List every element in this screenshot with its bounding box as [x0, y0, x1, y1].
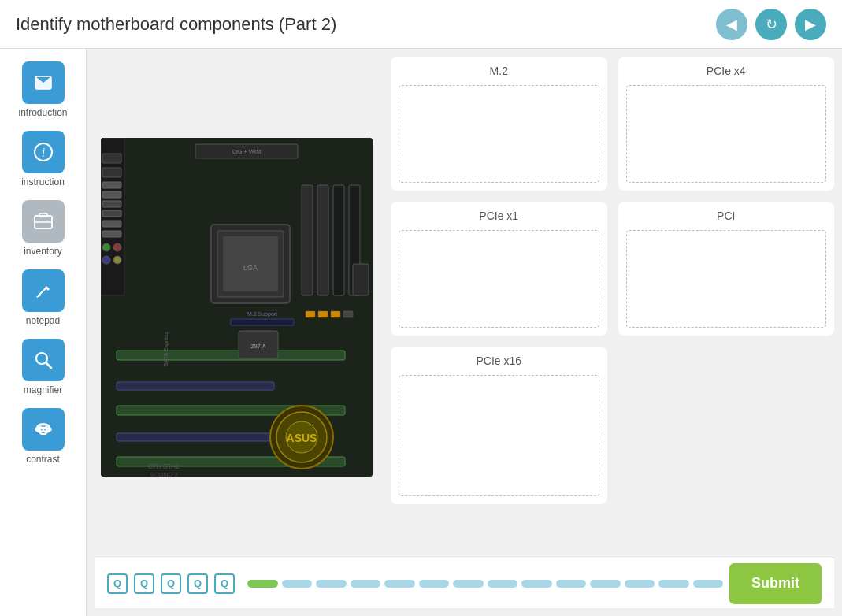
- drop-zone-pcie-x16-title: PCIe x16: [399, 354, 599, 370]
- refresh-button[interactable]: ↻: [755, 9, 787, 40]
- progress-bar-9: [521, 580, 552, 588]
- workspace: LGA: [95, 57, 834, 558]
- back-button[interactable]: ◀: [716, 9, 747, 40]
- svg-rect-38: [343, 311, 353, 317]
- svg-rect-66: [353, 264, 369, 295]
- svg-text:LGA: LGA: [243, 264, 257, 272]
- svg-rect-37: [331, 311, 340, 317]
- svg-rect-31: [117, 382, 274, 390]
- q-icon-4: Q: [187, 573, 208, 594]
- progress-bar-1: [247, 580, 278, 588]
- introduction-label: introduction: [18, 107, 67, 118]
- notepad-icon: [22, 269, 65, 312]
- contrast-label: contrast: [26, 454, 60, 465]
- svg-text:CRYSTAL: CRYSTAL: [147, 462, 180, 470]
- svg-line-12: [46, 362, 51, 368]
- svg-text:M.2 Support: M.2 Support: [247, 311, 276, 317]
- svg-rect-27: [317, 185, 328, 295]
- progress-bar-13: [658, 580, 689, 588]
- drop-zone-pcie-x4-inner[interactable]: [626, 85, 827, 183]
- svg-text:Z97-A: Z97-A: [250, 343, 265, 349]
- main-layout: introduction i instruction inventory: [0, 49, 842, 616]
- progress-bar-7: [453, 580, 484, 588]
- svg-rect-56: [231, 319, 294, 325]
- svg-rect-35: [306, 311, 315, 317]
- motherboard-area: LGA: [95, 57, 378, 558]
- progress-bar-10: [556, 580, 587, 588]
- drop-zones-grid: M.2 PCIe x4 PCIe x1 PCI: [391, 57, 834, 558]
- drop-zone-m2-inner[interactable]: [399, 85, 599, 183]
- svg-rect-30: [117, 351, 345, 360]
- introduction-icon: [22, 61, 65, 104]
- drop-zone-pcie-x1-title: PCIe x1: [399, 210, 599, 225]
- content-area: LGA: [87, 49, 842, 616]
- instruction-icon: i: [22, 131, 65, 173]
- q-icon-2: Q: [134, 573, 154, 594]
- forward-button[interactable]: ▶: [795, 9, 826, 40]
- submit-button[interactable]: Submit: [729, 563, 822, 604]
- svg-text:SATA Express: SATA Express: [163, 331, 169, 366]
- svg-rect-50: [102, 221, 121, 227]
- drop-zone-pcie-x16-inner[interactable]: [399, 375, 599, 496]
- drop-zone-pcie-x1[interactable]: PCIe x1: [391, 202, 607, 336]
- drop-zone-pcie-x4-title: PCIe x4: [626, 65, 827, 80]
- contrast-icon: [22, 408, 65, 451]
- svg-rect-33: [117, 433, 274, 441]
- drop-zone-pcie-x4[interactable]: PCIe x4: [618, 57, 835, 191]
- drop-zone-pci-inner[interactable]: [626, 230, 827, 328]
- svg-rect-28: [333, 185, 344, 295]
- svg-rect-53: [113, 243, 121, 251]
- svg-line-8: [39, 288, 46, 295]
- drop-zone-pci-title: PCI: [626, 210, 827, 225]
- sidebar-item-introduction[interactable]: introduction: [8, 57, 79, 123]
- progress-bar-4: [351, 580, 381, 588]
- bottom-bar: Q Q Q Q Q Sub: [95, 558, 834, 608]
- drop-zone-pcie-x16[interactable]: PCIe x16: [391, 347, 607, 504]
- drop-zone-m2-title: M.2: [399, 65, 599, 80]
- drop-zone-pcie-x1-inner[interactable]: [399, 230, 599, 328]
- sidebar: introduction i instruction inventory: [0, 49, 87, 616]
- svg-rect-6: [39, 213, 47, 217]
- svg-rect-46: [102, 182, 121, 188]
- progress-bars: [247, 580, 723, 588]
- svg-line-10: [37, 295, 40, 297]
- progress-bar-12: [625, 580, 655, 588]
- sidebar-item-instruction[interactable]: i instruction: [8, 126, 79, 192]
- svg-rect-48: [102, 201, 121, 207]
- progress-bar-5: [384, 580, 415, 588]
- svg-rect-26: [302, 185, 313, 295]
- progress-bar-3: [316, 580, 347, 588]
- progress-icons: Q Q Q Q Q: [107, 573, 235, 594]
- progress-bar-2: [282, 580, 313, 588]
- inventory-icon: [22, 200, 65, 243]
- sidebar-item-magnifier[interactable]: magnifier: [8, 334, 79, 400]
- svg-rect-44: [102, 154, 121, 163]
- svg-rect-49: [102, 210, 121, 217]
- sidebar-item-contrast[interactable]: contrast: [8, 403, 79, 469]
- svg-rect-47: [102, 191, 121, 198]
- magnifier-label: magnifier: [24, 384, 62, 395]
- drop-zone-m2[interactable]: M.2: [391, 57, 607, 191]
- q-icon-5: Q: [214, 573, 235, 594]
- svg-text:SOUND 2: SOUND 2: [150, 471, 178, 477]
- svg-rect-51: [102, 231, 121, 237]
- sidebar-item-inventory[interactable]: inventory: [8, 195, 79, 262]
- q-icon-1: Q: [107, 573, 128, 594]
- sidebar-item-notepad[interactable]: notepad: [8, 265, 79, 331]
- progress-bar-8: [488, 580, 518, 588]
- svg-text:DIGI+ VRM: DIGI+ VRM: [232, 149, 261, 154]
- svg-rect-54: [102, 256, 110, 264]
- notepad-label: notepad: [26, 315, 60, 326]
- instruction-label: instruction: [21, 176, 65, 187]
- header: Identify motherboard components (Part 2)…: [0, 0, 842, 49]
- page-title: Identify motherboard components (Part 2): [16, 14, 336, 35]
- inventory-label: inventory: [24, 246, 62, 257]
- navigation-buttons: ◀ ↻ ▶: [716, 9, 826, 40]
- svg-text:ASUS: ASUS: [286, 432, 317, 444]
- motherboard-image: LGA: [101, 138, 373, 477]
- drop-zone-pci[interactable]: PCI: [618, 202, 835, 336]
- magnifier-icon: [22, 339, 65, 381]
- svg-rect-36: [318, 311, 328, 317]
- svg-rect-55: [113, 256, 121, 264]
- svg-text:i: i: [41, 146, 44, 159]
